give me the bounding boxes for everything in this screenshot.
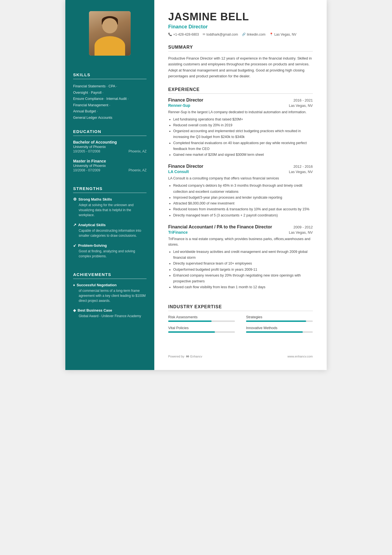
exp-desc: LA Consult is a consulting company that … bbox=[168, 176, 313, 181]
exp-bullet: Moved cash flow visibility from less tha… bbox=[173, 284, 313, 290]
exp-job-title: Finance Director bbox=[168, 164, 203, 169]
expertise-item: Risk Assessments bbox=[168, 315, 235, 322]
strengths-list: ⚙ Strong Maths Skills Adept at solving f… bbox=[73, 197, 147, 259]
exp-bullet: Completed financial evaluations on 40 lo… bbox=[173, 140, 313, 152]
location-value: Las Vegas, NV bbox=[274, 33, 296, 36]
expertise-bar-fill bbox=[168, 331, 215, 333]
main-content: JASMINE BELL Finance Director 📞 +1-428-4… bbox=[154, 0, 327, 370]
skills-list: Financial Statements · CPA ·Oversight · … bbox=[73, 83, 147, 121]
experience-section: EXPERIENCE Finance Director 2016 - 2021 … bbox=[168, 87, 313, 297]
profile-photo bbox=[89, 11, 131, 56]
expertise-bar-bg bbox=[168, 331, 235, 333]
exp-bullet: Gained new market of $20M and signed $30… bbox=[173, 152, 313, 158]
exp-sub: Renner-Sup Las Vegas, NV bbox=[168, 103, 313, 108]
strength-desc: Good at finding, analyzing and solving c… bbox=[73, 249, 147, 259]
education-section: EDUCATION Bachelor of Accounting Univers… bbox=[65, 129, 154, 178]
exp-bullet: Improved budget/3-year plan processes an… bbox=[173, 195, 313, 201]
strength-name: Strong Maths Skills bbox=[78, 197, 112, 201]
expertise-section: INDUSTRY EXPERTISE Risk Assessments Stra… bbox=[168, 304, 313, 333]
skill-item: Annual Budget · bbox=[73, 108, 147, 115]
expertise-item: Strategies bbox=[246, 315, 313, 322]
exp-bullet: Directly supervised finance team of 10+ … bbox=[173, 261, 313, 267]
achievement-desc: of commercial terms of a long-term frame… bbox=[73, 288, 147, 303]
summary-section: SUMMARY Productive Finance Director with… bbox=[168, 45, 313, 79]
achievement-icon: ◈ bbox=[73, 308, 76, 312]
skill-item: Ensure Compliance · Internal Audit · bbox=[73, 96, 147, 102]
exp-company: TriFinance bbox=[168, 230, 188, 235]
linkedin-value: linkedin.com bbox=[247, 33, 266, 36]
achievement-item: ◈ Best Business Case Global Award - Unil… bbox=[73, 308, 147, 319]
education-list: Bachelor of Accounting University of Pho… bbox=[73, 140, 147, 172]
achievement-name: Successful Negotiation bbox=[77, 283, 117, 287]
strength-name: Analytical Skills bbox=[78, 223, 106, 227]
expertise-bar-fill bbox=[246, 320, 306, 322]
exp-bullets: Reduced company's debtors by 45% in 3 mo… bbox=[168, 183, 313, 218]
expertise-bar-fill bbox=[168, 320, 212, 322]
exp-bullet: Reduced losses from investments & transa… bbox=[173, 206, 313, 212]
achievement-name: Best Business Case bbox=[78, 308, 112, 312]
expertise-item: Innovative Methods bbox=[246, 326, 313, 333]
expertise-bar-bg bbox=[246, 320, 313, 322]
footer: Powered by ∞ Enhancv www.enhancv.com bbox=[168, 350, 313, 359]
skills-section: SKILLS Financial Statements · CPA ·Overs… bbox=[65, 72, 154, 121]
strength-title: ↗ Analytical Skills bbox=[73, 223, 147, 227]
experience-entry: Financial Accountant / PA to the Finance… bbox=[168, 225, 313, 290]
achievement-desc: Global Award - Unilever Finance Academy bbox=[73, 314, 147, 319]
exp-bullet: Outperformed budgeted profit targets in … bbox=[173, 267, 313, 273]
exp-header: Finance Director 2016 - 2021 bbox=[168, 98, 313, 103]
exp-bullet: Attracted $8,000,000 of new investment bbox=[173, 201, 313, 206]
header: JASMINE BELL Finance Director 📞 +1-428-4… bbox=[168, 11, 313, 36]
edu-degree: Bachelor of Accounting bbox=[73, 140, 147, 144]
location-contact: 📍 Las Vegas, NV bbox=[269, 33, 296, 36]
exp-bullet: Led fundraising operations that raised $… bbox=[173, 117, 313, 122]
exp-desc: TriFinance is a real estate company, whi… bbox=[168, 236, 313, 247]
achievement-icon: ♦ bbox=[73, 283, 75, 287]
exp-sub: LA Consult Las Vegas, NV bbox=[168, 169, 313, 174]
exp-bullets: Led fundraising operations that raised $… bbox=[168, 117, 313, 158]
skill-item: Financial Management · bbox=[73, 102, 147, 108]
linkedin-contact: 🔗 linkedin.com bbox=[242, 33, 266, 36]
education-entry: Bachelor of Accounting University of Pho… bbox=[73, 140, 147, 153]
edu-location: Phoenix, AZ bbox=[128, 168, 147, 172]
expertise-item: Vital Policies bbox=[168, 326, 235, 333]
achievement-title: ♦ Successful Negotiation bbox=[73, 283, 147, 287]
exp-location: Las Vegas, NV bbox=[289, 230, 313, 235]
expertise-grid: Risk Assessments Strategies Vital Polici… bbox=[168, 315, 313, 333]
expertise-label: Strategies bbox=[246, 315, 313, 319]
exp-location: Las Vegas, NV bbox=[289, 170, 313, 174]
skill-item: General Ledger Accounts bbox=[73, 115, 147, 121]
linkedin-icon: 🔗 bbox=[242, 33, 246, 36]
phone-contact: 📞 +1-428-428-6803 bbox=[168, 33, 199, 36]
strength-name: Problem-Solving bbox=[78, 243, 107, 248]
expertise-bar-bg bbox=[168, 320, 235, 322]
expertise-label: Innovative Methods bbox=[246, 326, 313, 330]
strength-icon: ↗ bbox=[73, 223, 76, 227]
phone-value: +1-428-428-6803 bbox=[173, 33, 199, 36]
exp-bullet: Reduced company's debtors by 45% in 3 mo… bbox=[173, 183, 313, 195]
sidebar: SKILLS Financial Statements · CPA ·Overs… bbox=[65, 0, 154, 370]
exp-header: Financial Accountant / PA to the Finance… bbox=[168, 225, 313, 230]
expertise-bar-fill bbox=[246, 331, 303, 333]
exp-dates: 2016 - 2021 bbox=[294, 98, 313, 102]
education-title: EDUCATION bbox=[73, 129, 147, 136]
phone-icon: 📞 bbox=[168, 33, 172, 36]
brand-name: Enhancv bbox=[190, 355, 202, 358]
email-contact: ✉ toddhark@gmail.com bbox=[203, 33, 238, 36]
experience-entry: Finance Director 2016 - 2021 Renner-Sup … bbox=[168, 98, 313, 158]
edu-school: University of Phoenix bbox=[73, 164, 147, 168]
exp-header: Finance Director 2012 - 2016 bbox=[168, 164, 313, 169]
exp-company: LA Consult bbox=[168, 169, 189, 174]
exp-bullet: Reduced overall costs by 20% in 2019 bbox=[173, 122, 313, 128]
exp-job-title: Financial Accountant / PA to the Finance… bbox=[168, 225, 272, 230]
education-entry: Master in Finance University of Phoenix … bbox=[73, 159, 147, 172]
candidate-name: JASMINE BELL bbox=[168, 11, 313, 23]
experience-entry: Finance Director 2012 - 2016 LA Consult … bbox=[168, 164, 313, 218]
email-value: toddhark@gmail.com bbox=[206, 33, 238, 36]
profile-photo-container bbox=[65, 0, 154, 64]
strength-title: ↙ Problem-Solving bbox=[73, 243, 147, 248]
strength-item: ↗ Analytical Skills Capable of deconstru… bbox=[73, 223, 147, 238]
edu-location: Phoenix, AZ bbox=[128, 149, 147, 153]
exp-bullet: Organized accounting and implemented str… bbox=[173, 128, 313, 140]
exp-desc: Renner-Sup is the largest LA company ded… bbox=[168, 109, 313, 115]
edu-dates: 10/2008 - 07/2009 Phoenix, AZ bbox=[73, 168, 147, 172]
